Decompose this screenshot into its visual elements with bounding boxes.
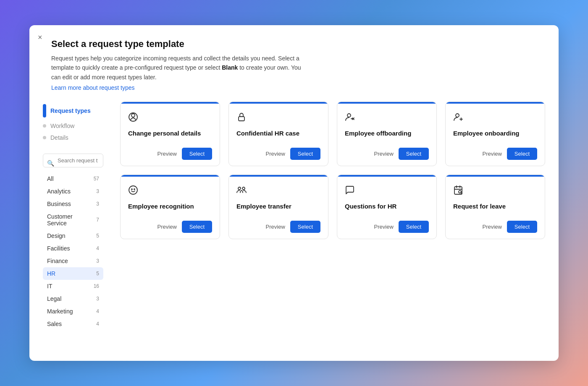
card-title: Confidential HR case [236,129,320,138]
select-button[interactable]: Select [507,148,537,160]
select-button[interactable]: Select [182,148,212,160]
card-footer: Preview Select [337,143,436,166]
wizard-step-request-types[interactable]: Request types [43,102,103,120]
card-change-personal-details: Change personal details Preview Select [120,102,220,166]
filter-item-finance[interactable]: Finance3 [43,255,103,267]
filter-count: 3 [91,258,99,264]
wizard-step-workflow[interactable]: Workflow [43,120,103,132]
preview-button[interactable]: Preview [158,224,177,230]
card-body: Employee onboarding [446,104,545,143]
card-body: Confidential HR case [229,104,328,143]
lock-icon [236,112,320,125]
cards-grid: Change personal details Preview Select C… [120,102,545,239]
smile-icon [128,185,212,198]
filter-count: 3 [91,188,99,194]
filter-label: Analytics [47,188,71,195]
card-title: Questions for HR [345,202,429,211]
filter-count: 5 [91,233,99,239]
filter-item-sales[interactable]: Sales4 [43,318,103,330]
card-employee-recognition: Employee recognition Preview Select [120,175,220,239]
filter-item-design[interactable]: Design5 [43,230,103,242]
filter-item-customer-service[interactable]: Customer Service7 [43,210,103,230]
wizard-step-details[interactable]: Details [43,132,103,143]
card-employee-onboarding: Employee onboarding Preview Select [445,102,545,166]
svg-point-3 [347,114,351,117]
select-button[interactable]: Select [399,148,429,160]
filter-count: 3 [91,296,99,302]
select-button[interactable]: Select [399,221,429,233]
filter-label: All [47,175,54,182]
filter-item-marketing[interactable]: Marketing4 [43,305,103,318]
filter-item-legal[interactable]: Legal3 [43,292,103,305]
card-title: Employee onboarding [453,129,537,138]
calendar-leave-icon [453,185,537,198]
card-employee-transfer: Employee transfer Preview Select [228,175,328,239]
select-button[interactable]: Select [290,148,320,160]
filter-label: Legal [47,295,61,302]
card-footer: Preview Select [229,216,328,239]
preview-button[interactable]: Preview [374,224,394,230]
preview-button[interactable]: Preview [483,151,502,157]
person-circle-icon [128,112,212,125]
select-button[interactable]: Select [507,221,537,233]
modal: × Select a request type template Request… [29,25,559,361]
card-body: Request for leave [446,177,545,216]
filter-count: 7 [91,217,99,223]
card-title: Request for leave [453,202,537,211]
step-dot-details [43,136,46,139]
filter-count: 16 [91,283,99,289]
wizard-steps: Request types Workflow Details [43,102,103,143]
person-remove-icon [345,112,429,125]
learn-more-link[interactable]: Learn more about request types [51,84,134,91]
svg-point-8 [238,187,241,190]
card-request-for-leave: Request for leave Preview Select [445,175,545,239]
close-button[interactable]: × [36,32,44,43]
card-confidential-hr-case: Confidential HR case Preview Select [228,102,328,166]
card-title: Employee offboarding [345,129,429,138]
card-footer: Preview Select [337,216,436,239]
card-footer: Preview Select [121,216,220,239]
preview-button[interactable]: Preview [266,151,285,157]
card-body: Questions for HR [337,177,436,216]
filter-label: Finance [47,258,68,264]
filter-label: Marketing [47,308,73,315]
main-content: Change personal details Preview Select C… [110,102,545,330]
card-footer: Preview Select [229,143,328,166]
preview-button[interactable]: Preview [266,224,285,230]
card-footer: Preview Select [121,143,220,166]
card-title: Change personal details [128,129,212,138]
preview-button[interactable]: Preview [158,151,177,157]
filter-item-hr[interactable]: HR5 [43,267,103,280]
modal-description: Request types help you categorize incomi… [51,54,312,82]
card-body: Employee recognition [121,177,220,216]
search-icon: 🔍 [47,160,54,167]
filter-count: 5 [91,271,99,276]
select-button[interactable]: Select [182,221,212,233]
card-footer: Preview Select [446,216,545,239]
filter-item-business[interactable]: Business3 [43,198,103,210]
filter-item-facilities[interactable]: Facilities4 [43,242,103,255]
filter-item-all[interactable]: All57 [43,172,103,185]
active-step-indicator [43,104,46,117]
card-questions-for-hr: Questions for HR Preview Select [337,175,437,239]
card-title: Employee transfer [236,202,320,211]
card-title: Employee recognition [128,202,212,211]
card-footer: Preview Select [446,143,545,166]
filter-label: HR [47,270,55,277]
svg-point-5 [129,186,137,194]
preview-button[interactable]: Preview [483,224,502,230]
left-panel: Request types Workflow Details 🔍 All57An… [43,102,110,330]
svg-point-9 [242,187,245,190]
card-body: Employee transfer [229,177,328,216]
filter-section: 🔍 All57Analytics3Business3Customer Servi… [43,154,103,330]
svg-point-4 [456,114,459,117]
preview-button[interactable]: Preview [374,151,394,157]
chat-icon [345,185,429,198]
filter-list: All57Analytics3Business3Customer Service… [43,172,103,330]
filter-item-it[interactable]: IT16 [43,280,103,292]
filter-item-analytics[interactable]: Analytics3 [43,185,103,198]
svg-rect-2 [239,117,244,121]
select-button[interactable]: Select [290,221,320,233]
person-add-icon [453,112,537,125]
svg-point-6 [131,189,132,190]
